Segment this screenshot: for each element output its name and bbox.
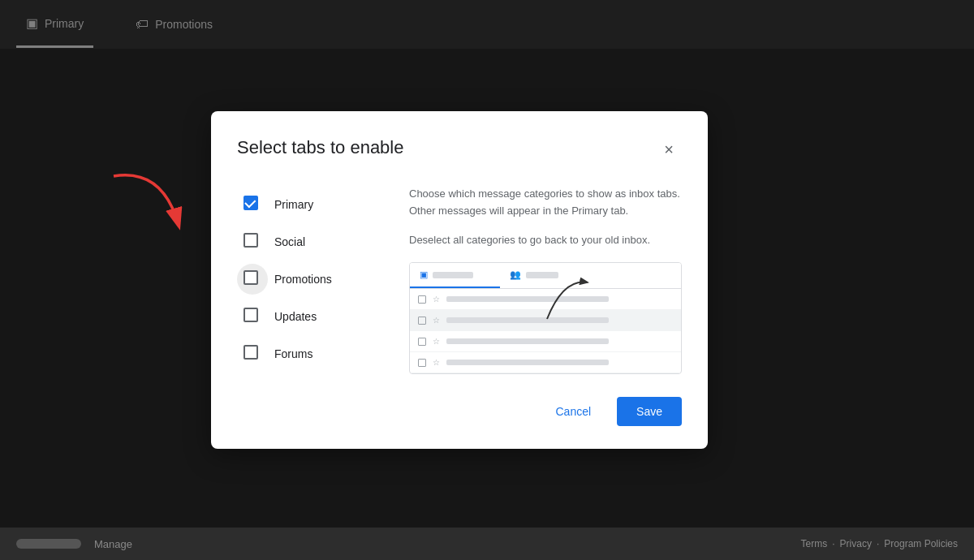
checkbox-wrapper-updates[interactable]: [244, 308, 261, 325]
dialog-title: Select tabs to enable: [237, 137, 403, 158]
preview-row-1-star: ☆: [433, 295, 440, 304]
preview-primary-icon: ▣: [420, 269, 428, 280]
checkbox-wrapper-forums[interactable]: [244, 345, 261, 363]
dialog-footer: Cancel Save: [237, 397, 682, 426]
preview-rows: ☆ ☆ ☆: [410, 289, 681, 373]
preview-row-1-checkbox: [418, 295, 426, 304]
privacy-link[interactable]: Privacy: [840, 538, 872, 549]
checkbox-item-updates[interactable]: Updates: [237, 298, 383, 335]
dialog-body: Primary Social: [237, 186, 682, 374]
close-button[interactable]: ×: [656, 137, 682, 163]
avatar-blur-1: [16, 539, 81, 549]
red-arrow-indicator: [97, 160, 195, 241]
info-text-2: Deselect all categories to go back to yo…: [409, 232, 682, 249]
close-icon: ×: [664, 140, 674, 159]
preview-row-4-star: ☆: [433, 358, 440, 367]
preview-row-2-line: [446, 317, 609, 323]
preview-row-3: ☆: [410, 331, 681, 352]
checkbox-wrapper-promotions[interactable]: [244, 270, 261, 288]
checkbox-wrapper-primary[interactable]: [244, 196, 261, 213]
preview-tab-primary: ▣: [410, 263, 500, 288]
bottom-left: Manage: [16, 538, 132, 550]
program-policies-link[interactable]: Program Policies: [884, 538, 958, 549]
checkbox-item-primary[interactable]: Primary: [237, 186, 383, 223]
sep-1: ·: [832, 538, 834, 549]
info-panel: Choose which message categories to show …: [409, 186, 682, 374]
manage-label[interactable]: Manage: [94, 538, 132, 550]
preview-tab-empty: [591, 263, 681, 288]
checkbox-label-updates: Updates: [274, 310, 317, 323]
save-button[interactable]: Save: [617, 397, 682, 426]
info-text-1: Choose which message categories to show …: [409, 186, 682, 220]
preview-row-1-line: [446, 296, 609, 302]
terms-link[interactable]: Terms: [801, 538, 828, 549]
preview-row-4-line: [446, 360, 609, 365]
checkbox-item-forums[interactable]: Forums: [237, 335, 383, 373]
inbox-preview: ▣ 👥: [409, 262, 682, 374]
preview-row-2-checkbox: [418, 317, 426, 325]
checkbox-label-primary: Primary: [274, 198, 313, 211]
checkbox-label-social: Social: [274, 235, 305, 248]
preview-row-4: ☆: [410, 352, 681, 373]
preview-tabs-row: ▣ 👥: [410, 263, 681, 289]
preview-tab-bar-social: [526, 272, 558, 278]
preview-row-4-checkbox: [418, 359, 426, 367]
preview-row-3-checkbox: [418, 338, 426, 346]
preview-row-3-line: [446, 338, 609, 344]
preview-tab-social: 👥: [500, 263, 590, 288]
preview-row-3-star: ☆: [433, 337, 440, 346]
sep-2: ·: [877, 538, 879, 549]
checkbox-item-social[interactable]: Social: [237, 223, 383, 261]
bottom-links: Terms · Privacy · Program Policies: [801, 538, 958, 549]
modal-overlay: Select tabs to enable × Primary: [0, 0, 974, 560]
preview-social-icon: 👥: [510, 269, 521, 280]
checkbox-item-promotions[interactable]: Promotions: [237, 261, 383, 298]
preview-tab-bar-primary: [433, 272, 473, 278]
select-tabs-dialog: Select tabs to enable × Primary: [211, 111, 708, 449]
preview-box: ▣ 👥: [409, 262, 682, 374]
preview-row-2-star: ☆: [433, 316, 440, 325]
checkbox-wrapper-social[interactable]: [244, 233, 261, 251]
preview-row-2: ☆: [410, 310, 681, 331]
preview-row-1: ☆: [410, 289, 681, 310]
bottom-bar: Manage Terms · Privacy · Program Policie…: [0, 528, 974, 560]
cancel-button[interactable]: Cancel: [539, 397, 607, 426]
dialog-header: Select tabs to enable ×: [237, 137, 682, 163]
checkbox-label-promotions: Promotions: [274, 273, 332, 286]
checkbox-label-forums: Forums: [274, 347, 312, 360]
checkbox-list: Primary Social: [237, 186, 383, 374]
